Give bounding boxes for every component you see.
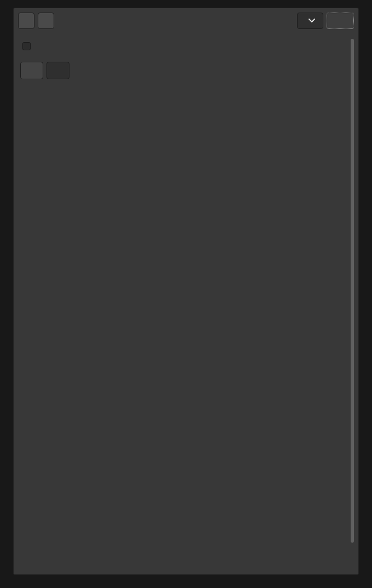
header-bar [14, 8, 358, 33]
save-settings-button[interactable] [47, 62, 69, 79]
keep-knees-row [20, 36, 347, 56]
help-button[interactable] [38, 13, 54, 29]
load-saved-settings-button[interactable] [20, 62, 43, 79]
chevron-down-icon [309, 19, 315, 23]
keep-knees-checkbox[interactable] [22, 42, 31, 50]
scrollbar[interactable] [351, 39, 354, 543]
cancel-button[interactable] [18, 13, 34, 29]
reset-button[interactable] [297, 13, 323, 29]
dialog-body [14, 33, 358, 574]
dialog [13, 8, 359, 575]
footer-bar [20, 56, 347, 86]
scroll-area [20, 36, 355, 574]
ok-button[interactable] [327, 13, 354, 29]
